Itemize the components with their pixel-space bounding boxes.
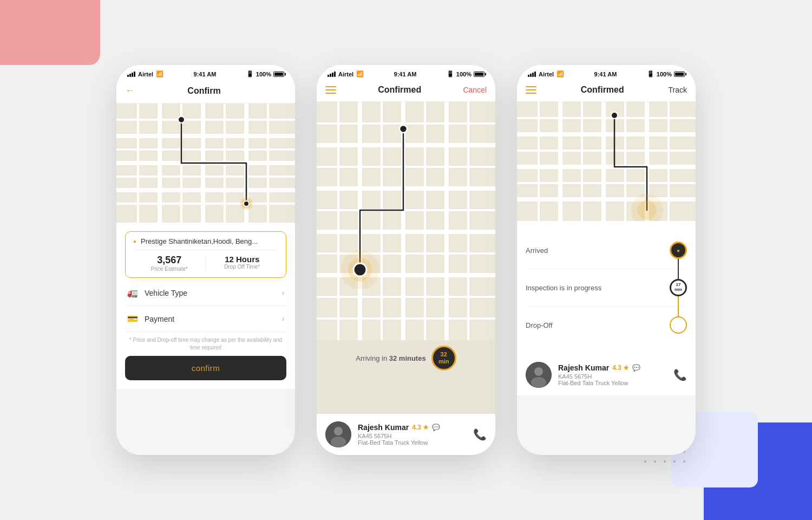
status-left-3: Airtel 📶	[528, 70, 564, 77]
svg-point-37	[400, 125, 407, 133]
bluetooth-icon-3: 📱	[647, 70, 654, 77]
svg-point-18	[244, 201, 249, 206]
driver-name-2: Rajesh Kumar 4.3 ★ 💬	[358, 423, 467, 432]
avatar-svg-3	[526, 362, 552, 388]
driver-name-text-3: Rajesh Kumar	[558, 363, 609, 372]
map-svg-3	[517, 102, 696, 221]
driver-info-3: Rajesh Kumar 4.3 ★ 💬 KA45 5675H Flat-Bed…	[558, 363, 667, 386]
time-3: 9:41 AM	[594, 71, 617, 77]
arriving-banner: Arriving in 32 minutes 32min	[317, 346, 495, 370]
driver-card-3: Rajesh Kumar 4.3 ★ 💬 KA45 5675H Flat-Bed…	[517, 354, 696, 395]
arriving-time: 32 minutes	[389, 354, 426, 362]
svg-point-63	[531, 377, 546, 388]
driver-info-2: Rajesh Kumar 4.3 ★ 💬 KA45 5675H Flat-Bed…	[358, 423, 467, 446]
page-title-3: Confirmed	[581, 85, 624, 95]
driver-avatar-3	[526, 362, 552, 388]
status-bar-1: Airtel 📶 9:41 AM 📱 100%	[116, 65, 295, 81]
svg-point-60	[637, 200, 657, 220]
signal-bar	[334, 72, 336, 77]
disclaimer-text: * Price and Drop-off time may change as …	[125, 336, 286, 352]
phones-container: Airtel 📶 9:41 AM 📱 100% ← Confirm	[0, 0, 812, 520]
arrived-dot: ●	[677, 248, 680, 253]
phone-confirmed: Airtel 📶 9:41 AM 📱 100% Confirmed Cancel	[317, 65, 495, 455]
time-stat: 12 Hours Drop Off Time*	[206, 255, 279, 272]
signal-bar	[134, 72, 135, 77]
signal-bars-2	[328, 72, 336, 77]
signal-bar	[528, 75, 529, 77]
time-value: 12 Hours	[206, 255, 279, 264]
timer-value: 32min	[438, 351, 449, 365]
confirm-button[interactable]: confirm	[125, 356, 286, 380]
signal-bars-1	[127, 72, 135, 77]
signal-bar	[328, 75, 329, 77]
status-bar-3: Airtel 📶 9:41 AM 📱 100%	[517, 65, 696, 81]
payment-label: Payment	[145, 315, 282, 323]
hamburger-menu-3[interactable]	[526, 86, 536, 94]
arriving-prefix: Arriving in	[356, 354, 387, 362]
map-area-3	[517, 102, 696, 221]
map-svg-2	[317, 102, 495, 340]
battery-icon-2	[474, 72, 484, 77]
avatar-svg	[325, 421, 351, 447]
driver-avatar-2	[325, 421, 351, 447]
signal-bar	[132, 73, 133, 77]
hamburger-line	[526, 86, 536, 87]
signal-bar	[532, 73, 534, 77]
location-card: ● Prestige Shantiniketan,Hoodi, Beng... …	[125, 231, 286, 278]
time-1: 9:41 AM	[194, 71, 217, 77]
signal-bar	[127, 75, 129, 77]
hamburger-menu-2[interactable]	[325, 86, 336, 94]
location-stats: 3,567 Price Estimate* 12 Hours Drop Off …	[133, 250, 278, 272]
tracking-panel: Arrived ● Inspection is in progress 17mi…	[517, 221, 696, 354]
svg-point-43	[331, 437, 346, 447]
map-area-2: Arriving in 32 minutes 32min	[317, 102, 495, 414]
wifi-icon-2: 📶	[356, 70, 364, 77]
bluetooth-icon-2: 📱	[447, 70, 454, 77]
location-name: ● Prestige Shantiniketan,Hoodi, Beng...	[133, 237, 278, 245]
status-right-2: 📱 100%	[447, 70, 484, 77]
cancel-button[interactable]: Cancel	[463, 86, 487, 94]
status-left-1: Airtel 📶	[127, 70, 163, 77]
svg-point-15	[178, 116, 185, 123]
track-button[interactable]: Track	[669, 86, 687, 94]
vehicle-type-menu-item[interactable]: 🚛 Vehicle Type ›	[125, 280, 286, 306]
call-button-2[interactable]: 📞	[473, 428, 487, 441]
track-step-arrived: Arrived ●	[526, 232, 687, 269]
header-2: Confirmed Cancel	[317, 81, 495, 102]
phone-tracking: Airtel 📶 9:41 AM 📱 100% Confirmed Track	[517, 65, 696, 455]
battery-icon-3	[674, 72, 685, 77]
driver-vehicle-3: Flat-Bed Tata Truck Yellow	[558, 380, 667, 386]
payment-menu-item[interactable]: 💳 Payment ›	[125, 306, 286, 332]
status-left-2: Airtel 📶	[328, 70, 364, 77]
map-svg-1	[116, 103, 295, 223]
driver-card-2: Rajesh Kumar 4.3 ★ 💬 KA45 5675H Flat-Bed…	[317, 414, 495, 455]
back-button[interactable]: ←	[125, 85, 135, 96]
battery-fill-1	[274, 73, 283, 76]
timer-badge: 32min	[431, 346, 456, 370]
battery-fill-2	[475, 73, 483, 76]
time-2: 9:41 AM	[394, 71, 417, 77]
inprogress-time: 17min	[675, 283, 682, 292]
status-right-1: 📱 100%	[246, 70, 284, 77]
hamburger-line	[325, 89, 336, 90]
battery-label-2: 100%	[456, 71, 472, 77]
bluetooth-icon-1: 📱	[246, 70, 254, 77]
page-title-2: Confirmed	[378, 85, 421, 95]
rating-value-3: 4.3	[612, 364, 621, 372]
location-text: Prestige Shantiniketan,Hoodi, Beng...	[141, 237, 258, 245]
step-arrived-label: Arrived	[526, 246, 548, 255]
battery-label-3: 100%	[657, 71, 672, 77]
arriving-text: Arriving in 32 minutes	[356, 354, 425, 362]
price-label: Price Estimate*	[133, 266, 206, 272]
step-pending-indicator	[670, 316, 687, 334]
hamburger-line	[325, 93, 336, 94]
phone-confirm: Airtel 📶 9:41 AM 📱 100% ← Confirm	[116, 65, 295, 455]
battery-fill-3	[675, 73, 684, 76]
call-button-3[interactable]: 📞	[673, 368, 687, 381]
driver-rating-3: 4.3 ★	[612, 364, 629, 372]
wifi-icon-1: 📶	[156, 70, 163, 77]
map-area-1	[116, 103, 295, 223]
header-1: ← Confirm	[116, 81, 295, 103]
header-3: Confirmed Track	[517, 81, 696, 102]
track-step-inspection: Inspection is in progress 17min	[526, 269, 687, 307]
